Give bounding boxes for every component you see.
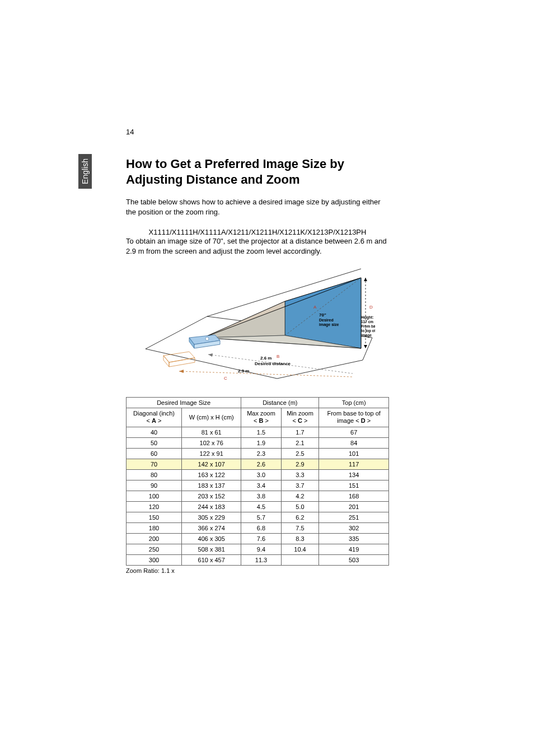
c-value: 2.9 m [238,368,249,374]
label-a: A [313,305,317,310]
cell-top: 168 [319,491,389,501]
th-base: From base to top ofimage < D > [319,408,389,427]
label-d: D [369,305,373,310]
table-row: 180366 x 2746.87.5302 [127,522,389,533]
cell-min: 6.2 [281,512,319,522]
cell-top: 251 [319,512,389,522]
cell-wh: 366 x 274 [182,522,241,533]
label-b: B [277,354,279,359]
cell-min: 2.9 [281,459,319,469]
height-2: 117 cm [361,320,373,324]
table-row: 90183 x 1373.43.7151 [127,480,389,491]
projector-icon [189,335,220,348]
cell-top: 302 [319,522,389,533]
cell-top: 134 [319,469,389,480]
svg-marker-11 [208,353,213,357]
cell-top: 201 [319,501,389,512]
height-4: to top of [361,329,375,333]
cell-d: 120 [127,501,182,512]
cell-min: 5.0 [281,501,319,512]
label-70: 70" [319,312,326,318]
table-row: 80163 x 1223.03.3134 [127,469,389,480]
height-5: image [361,333,372,338]
cell-max: 11.3 [241,554,281,565]
table-row: 4081 x 611.51.767 [127,427,389,437]
cell-d: 40 [127,427,182,437]
cell-wh: 163 x 122 [182,469,241,480]
cell-top: 335 [319,533,389,544]
cell-wh: 508 x 381 [182,544,241,554]
cell-wh: 244 x 183 [182,501,241,512]
table-row: 200406 x 3057.68.3335 [127,533,389,544]
page-number: 14 [126,128,389,136]
th-diag: Diagonal (inch)< A > [127,408,182,427]
cell-min: 2.1 [281,437,319,448]
cell-d: 200 [127,533,182,544]
cell-min: 7.5 [281,522,319,533]
table-row: 70142 x 1072.62.9117 [127,459,389,469]
cell-top: 67 [319,427,389,437]
th-desired: Desired Image Size [127,398,241,408]
language-tab: English [78,154,92,189]
projection-diagram: A 70" Desired image size D Height: 117 c… [140,266,375,384]
cell-max: 5.7 [241,512,281,522]
label-desired-image-2: image size [319,323,339,327]
height-1: Height: [361,315,373,320]
th-wh: W (cm) x H (cm) [182,408,241,427]
cell-min: 10.4 [281,544,319,554]
table-row: 50102 x 761.92.184 [127,437,389,448]
cell-wh: 102 x 76 [182,437,241,448]
table-row: 120244 x 1834.55.0201 [127,501,389,512]
cell-top: 151 [319,480,389,491]
table-body: 4081 x 611.51.76750102 x 761.92.18460122… [127,427,389,565]
cell-min: 4.2 [281,491,319,501]
cell-wh: 122 x 91 [182,448,241,459]
cell-wh: 81 x 61 [182,427,241,437]
svg-marker-19 [163,356,169,367]
language-label: English [81,158,90,184]
height-3: From base [361,324,375,328]
cell-max: 3.4 [241,480,281,491]
cell-top: 419 [319,544,389,554]
th-max: Max zoom< B > [241,408,281,427]
cell-wh: 305 x 229 [182,512,241,522]
cell-min: 8.3 [281,533,319,544]
cell-d: 100 [127,491,182,501]
table-row: 60122 x 912.32.5101 [127,448,389,459]
cell-max: 3.8 [241,491,281,501]
cell-top: 503 [319,554,389,565]
table-row: 150305 x 2295.76.2251 [127,512,389,522]
distance-table: Desired Image Size Distance (m) Top (cm)… [126,397,389,565]
th-top: Top (cm) [319,398,389,408]
cell-min: 1.7 [281,427,319,437]
cell-wh: 610 x 457 [182,554,241,565]
cell-wh: 183 x 137 [182,480,241,491]
model-list: X1111/X1111H/X1111A/X1211/X1211H/X1211K/… [126,228,389,236]
svg-marker-13 [179,370,184,373]
svg-point-17 [205,337,209,340]
cell-max: 1.5 [241,427,281,437]
page-heading: How to Get a Preferred Image Size by Adj… [126,156,389,187]
cell-min: 2.5 [281,448,319,459]
cell-max: 4.5 [241,501,281,512]
page-content: 14 How to Get a Preferred Image Size by … [126,128,389,574]
cell-max: 9.4 [241,544,281,554]
cell-wh: 142 x 107 [182,459,241,469]
cell-wh: 406 x 305 [182,533,241,544]
label-desired-image-1: Desired [319,318,334,322]
cell-d: 50 [127,437,182,448]
cell-d: 250 [127,544,182,554]
cell-d: 90 [127,480,182,491]
cell-max: 2.6 [241,459,281,469]
label-c: C [224,376,227,381]
cell-max: 1.9 [241,437,281,448]
th-min: Min zoom< C > [281,408,319,427]
cell-max: 2.3 [241,448,281,459]
table-row: 250508 x 3819.410.4419 [127,544,389,554]
table-row: 100203 x 1523.84.2168 [127,491,389,501]
cell-d: 80 [127,469,182,480]
cell-top: 84 [319,437,389,448]
cell-min [281,554,319,565]
cell-d: 180 [127,522,182,533]
cell-max: 3.0 [241,469,281,480]
